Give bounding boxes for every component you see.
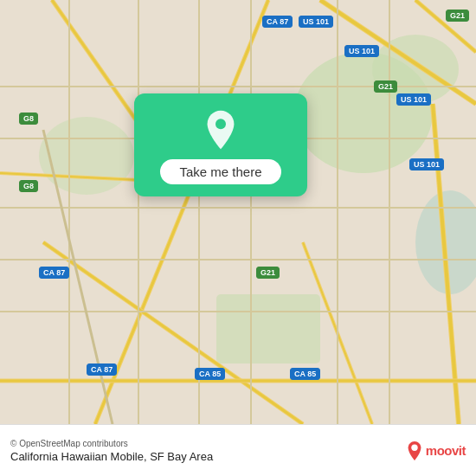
svg-point-36 [215, 119, 226, 129]
map-svg [0, 0, 476, 424]
badge-us101-4: US 101 [409, 158, 444, 170]
svg-point-4 [39, 117, 134, 195]
location-pin-icon [200, 109, 241, 151]
badge-ca87-1: CA 87 [262, 16, 293, 28]
badge-ca87-3: CA 87 [87, 363, 117, 376]
moovit-logo: moovit [406, 441, 466, 461]
svg-point-37 [411, 444, 417, 450]
badge-g21-3: G21 [256, 267, 280, 279]
moovit-pin-icon [406, 441, 423, 461]
popup-card: Take me there [134, 93, 307, 196]
bottom-bar: © OpenStreetMap contributors California … [0, 424, 476, 476]
badge-ca87-2: CA 87 [39, 267, 69, 279]
app-name-text: California Hawaiian Mobile, SF Bay Area [10, 450, 397, 463]
attribution-text: © OpenStreetMap contributors [10, 439, 397, 448]
badge-us101-2: US 101 [344, 45, 379, 57]
badge-g8-2: G8 [19, 180, 38, 192]
badge-g8-1: G8 [19, 113, 38, 125]
svg-rect-3 [216, 294, 320, 363]
badge-g21-1: G21 [374, 80, 397, 93]
badge-ca85-1: CA 85 [195, 368, 225, 380]
badge-g21-2: G21 [446, 10, 469, 22]
badge-us101-3: US 101 [396, 93, 431, 106]
map-container: US 101 US 101 US 101 US 101 CA 87 CA 87 … [0, 0, 476, 424]
badge-ca85-2: CA 85 [290, 368, 320, 380]
take-me-there-button[interactable]: Take me there [160, 159, 280, 184]
moovit-label: moovit [426, 443, 466, 458]
badge-us101-1: US 101 [299, 16, 333, 28]
